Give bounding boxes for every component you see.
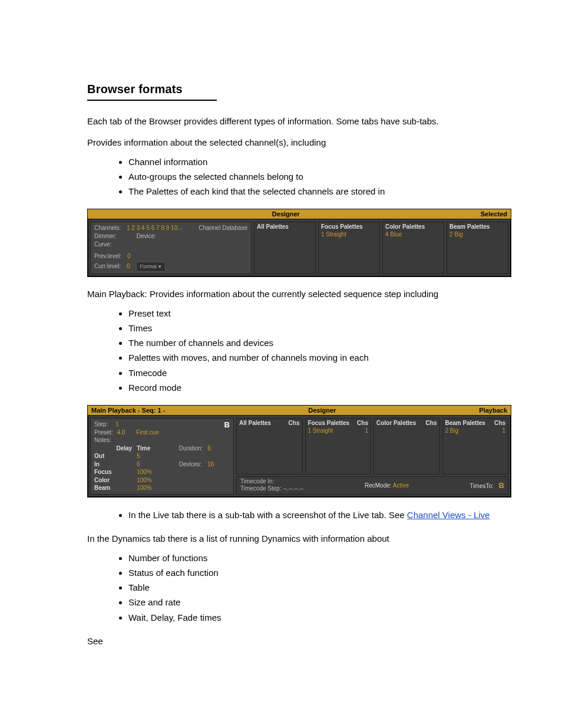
devices-label: Devices: bbox=[179, 460, 208, 469]
list-item: The number of channels and devices bbox=[128, 336, 498, 350]
selected-intro: Provides information about the selected … bbox=[87, 136, 510, 149]
curr-level-value: 0 bbox=[127, 262, 130, 271]
focus-palettes-col: Focus Palettes Chs 1 Straight 1 bbox=[305, 418, 372, 475]
recmode-value: Active bbox=[393, 482, 409, 489]
list-item: Size and rate bbox=[128, 595, 498, 609]
playback-info-box: B Step: 1 Preset: 4.0 First cue Notes: bbox=[90, 418, 234, 495]
palette-entry[interactable]: 1 Straight bbox=[308, 427, 333, 434]
timesto-value: B bbox=[499, 481, 504, 490]
devices-value: 16 bbox=[207, 460, 219, 469]
notes-label: Notes: bbox=[94, 436, 230, 444]
time-header: Time bbox=[137, 444, 157, 453]
preset-text: First cue bbox=[136, 429, 158, 436]
format-button[interactable]: Format ▾ bbox=[136, 262, 166, 272]
palette-header: Focus Palettes bbox=[321, 223, 363, 230]
color-time: 100% bbox=[137, 476, 157, 485]
panel-title: Designer bbox=[91, 210, 481, 218]
palette-header: All Palettes bbox=[239, 420, 271, 426]
delay-header: Delay bbox=[116, 444, 137, 453]
beam-row-label: Beam bbox=[94, 484, 116, 492]
list-item: Timecode bbox=[128, 366, 498, 380]
channel-views-live-link[interactable]: Channel Views - Live bbox=[407, 510, 490, 520]
channels-label: Channels: bbox=[94, 224, 121, 232]
beam-palettes-col: Beam Palettes 2 Big bbox=[447, 222, 508, 274]
palette-entry[interactable]: 1 Straight bbox=[321, 231, 377, 238]
focus-row-label: Focus bbox=[94, 468, 116, 476]
panel-mode: Selected bbox=[481, 210, 507, 218]
focus-time: 100% bbox=[137, 468, 157, 476]
list-item: Number of functions bbox=[128, 551, 498, 565]
selected-panel: Designer Selected Channels: 1 2 3 4 5 6 … bbox=[87, 209, 511, 277]
list-item: Table bbox=[128, 581, 498, 594]
palette-entry[interactable]: 4 Blue bbox=[385, 231, 441, 238]
palette-chs: 1 bbox=[502, 427, 505, 434]
palette-header: Beam Palettes bbox=[445, 420, 485, 426]
all-palettes-col: All Palettes Chs bbox=[236, 418, 303, 475]
list-item: The Palettes of each kind that the selec… bbox=[128, 185, 498, 198]
dyn-intro: In the Dynamics tab there is a list of r… bbox=[87, 532, 510, 545]
section-heading: Browser formats bbox=[87, 83, 534, 96]
beam-palettes-col: Beam Palettes Chs 2 Big 1 bbox=[442, 418, 509, 475]
selected-bullets: Channel information Auto-groups the sele… bbox=[128, 155, 498, 199]
device-label: Device: bbox=[137, 232, 156, 241]
live-bullet-text: In the Live tab there is a sub-tab with … bbox=[128, 510, 405, 520]
dimmer-label: Dimmer: bbox=[94, 232, 117, 241]
palette-chs: 1 bbox=[365, 427, 368, 434]
palette-header: Color Palettes bbox=[376, 420, 416, 426]
chs-header: Chs bbox=[289, 420, 300, 426]
timecode-step-value: --.--.--.-- bbox=[283, 485, 303, 492]
list-item: Preset text bbox=[128, 307, 498, 320]
list-item: Wait, Delay, Fade times bbox=[128, 611, 498, 624]
color-palettes-col: Color Palettes 4 Blue bbox=[382, 222, 444, 274]
out-label: Out bbox=[94, 452, 116, 460]
list-item: Status of each function bbox=[128, 566, 498, 579]
list-item: Auto-groups the selected channels belong… bbox=[128, 170, 498, 183]
beam-time: 100% bbox=[137, 484, 157, 492]
panel-header-left: Main Playback - Seq: 1 - bbox=[91, 407, 165, 414]
timecode-in-label: Timecode In: bbox=[240, 478, 303, 486]
timecode-step-label: Timecode Step: bbox=[240, 485, 282, 492]
see-line: See bbox=[87, 635, 510, 648]
out-time: 5 bbox=[137, 452, 157, 460]
dyn-bullets: Number of functions Status of each funct… bbox=[128, 551, 498, 624]
palette-header: Focus Palettes bbox=[308, 420, 350, 426]
palette-header: Beam Palettes bbox=[449, 223, 490, 230]
timesto-label: TimesTo: bbox=[470, 483, 494, 489]
step-label: Step: bbox=[94, 421, 108, 427]
list-item: Palettes with moves, and number of chann… bbox=[128, 351, 498, 364]
live-sub-bullets: In the Live tab there is a sub-tab with … bbox=[128, 508, 498, 522]
b-indicator: B bbox=[224, 420, 230, 430]
palette-entry[interactable]: 2 Big bbox=[445, 427, 459, 434]
palette-header: All Palettes bbox=[257, 223, 289, 230]
list-item: Record mode bbox=[128, 381, 498, 394]
palette-header: Color Palettes bbox=[385, 223, 425, 230]
channel-info-box: Channels: 1 2 3 4 5 6 7 8 9 10... Channe… bbox=[90, 222, 252, 274]
chs-header: Chs bbox=[494, 420, 505, 426]
preset-value: 4.0 bbox=[117, 429, 125, 436]
color-row-label: Color bbox=[94, 476, 116, 485]
all-palettes-col: All Palettes bbox=[254, 222, 316, 274]
channel-database-link[interactable]: Channel Database bbox=[199, 224, 247, 232]
curr-level-label: Curr.level: bbox=[94, 262, 121, 271]
list-item: Channel information bbox=[128, 155, 498, 169]
step-value: 1 bbox=[115, 421, 119, 427]
duration-label: Duration: bbox=[179, 444, 208, 453]
chs-header: Chs bbox=[426, 420, 437, 426]
in-label: In bbox=[94, 460, 116, 469]
list-item: Times bbox=[128, 321, 498, 335]
panel-title: Designer bbox=[165, 407, 479, 414]
prev-level-label: Prev.level: bbox=[94, 252, 121, 261]
palette-entry[interactable]: 2 Big bbox=[449, 231, 505, 238]
prev-level-value: 0 bbox=[127, 252, 131, 261]
panel-mode: Playback bbox=[479, 407, 507, 414]
playback-bullets: Preset text Times The number of channels… bbox=[128, 307, 498, 395]
playback-intro: Main Playback: Provides information abou… bbox=[87, 288, 510, 301]
preset-label: Preset: bbox=[94, 429, 113, 436]
color-palettes-col: Color Palettes Chs bbox=[373, 418, 440, 475]
heading-rule bbox=[87, 100, 217, 101]
recmode-label: RecMode: bbox=[365, 482, 392, 489]
playback-panel: Main Playback - Seq: 1 - Designer Playba… bbox=[87, 405, 511, 498]
list-item: In the Live tab there is a sub-tab with … bbox=[128, 508, 498, 522]
channels-value: 1 2 3 4 5 6 7 8 9 10... bbox=[127, 224, 183, 232]
in-time: 6 bbox=[137, 460, 157, 469]
